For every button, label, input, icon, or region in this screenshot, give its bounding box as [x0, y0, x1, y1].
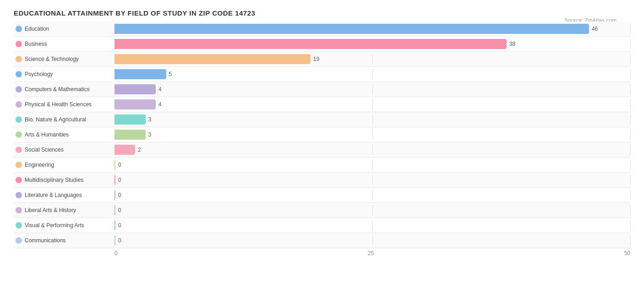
grid-line	[630, 115, 631, 125]
x-axis-label: 50	[624, 250, 630, 256]
x-axis-label: 0	[115, 250, 118, 256]
grid-line	[372, 145, 373, 155]
bar-row: Multidisciplinary Studies0	[14, 173, 630, 188]
bar-fill	[115, 39, 507, 49]
bar-label-text: Multidisciplinary Studies	[25, 177, 83, 183]
grid-line	[372, 235, 373, 245]
bar-value-label: 46	[592, 26, 598, 32]
bar-row: Liberal Arts & History0	[14, 203, 630, 218]
color-dot	[16, 116, 22, 123]
grid-line	[630, 190, 631, 200]
grid-line	[630, 235, 631, 245]
grid-line	[630, 99, 631, 109]
bar-label-text: Literature & Languages	[25, 192, 82, 198]
color-dot	[16, 177, 22, 183]
bar-area: 3	[115, 115, 630, 125]
bar-label: Computers & Mathematics	[14, 86, 115, 93]
bar-row: Education46	[14, 22, 630, 37]
grid-line	[372, 175, 373, 185]
chart-container: Education46Business38Science & Technolog…	[14, 22, 630, 256]
color-dot	[16, 192, 22, 198]
bars-wrapper: Education46Business38Science & Technolog…	[14, 22, 630, 248]
color-dot	[16, 86, 22, 93]
grid-line	[372, 54, 373, 64]
grid-line	[372, 205, 373, 215]
bar-row: Computers & Mathematics4	[14, 82, 630, 97]
bar-fill	[115, 54, 311, 64]
bar-row: Bio, Nature & Agricultural3	[14, 112, 630, 127]
color-dot	[16, 131, 22, 138]
grid-line	[372, 130, 373, 140]
bar-fill	[115, 130, 146, 140]
bar-label: Arts & Humanities	[14, 131, 115, 138]
color-dot	[16, 237, 22, 244]
bar-value-label: 0	[118, 207, 121, 213]
bar-value-label: 0	[118, 192, 121, 198]
x-axis: 02550	[14, 250, 630, 256]
bar-fill	[115, 175, 115, 185]
bar-area: 0	[115, 160, 630, 170]
bar-fill	[115, 190, 115, 200]
grid-line	[372, 220, 373, 230]
bar-row: Visual & Performing Arts0	[14, 218, 630, 233]
color-dot	[16, 56, 22, 62]
bar-label-text: Bio, Nature & Agricultural	[25, 116, 86, 123]
bar-fill	[115, 24, 589, 34]
grid-line	[630, 130, 631, 140]
color-dot	[16, 147, 22, 153]
grid-line	[630, 205, 631, 215]
bar-area: 0	[115, 205, 630, 215]
bar-row: Communications0	[14, 233, 630, 248]
color-dot	[16, 222, 22, 229]
grid-line	[372, 84, 373, 94]
color-dot	[16, 162, 22, 168]
bar-value-label: 4	[158, 86, 162, 93]
bar-value-label: 38	[509, 41, 515, 47]
bar-label-text: Psychology	[25, 71, 53, 77]
bar-value-label: 0	[118, 222, 121, 229]
color-dot	[16, 101, 22, 108]
grid-line	[372, 99, 373, 109]
bar-fill	[115, 235, 115, 245]
grid-line	[372, 190, 373, 200]
bar-area: 3	[115, 130, 630, 140]
bar-area: 2	[115, 145, 630, 155]
bar-label-text: Arts & Humanities	[25, 131, 69, 138]
bar-value-label: 5	[169, 71, 172, 77]
bar-fill	[115, 160, 115, 170]
bar-fill	[115, 69, 166, 79]
bar-row: Engineering0	[14, 158, 630, 173]
bar-label-text: Engineering	[25, 162, 54, 168]
bar-value-label: 0	[118, 177, 121, 183]
bar-label-text: Visual & Performing Arts	[25, 222, 84, 229]
grid-line	[372, 160, 373, 170]
bar-area: 0	[115, 175, 630, 185]
bar-label-text: Business	[25, 41, 47, 47]
bar-row: Social Sciences2	[14, 142, 630, 158]
color-dot	[16, 71, 22, 77]
bar-value-label: 3	[148, 116, 152, 123]
bar-area: 38	[115, 39, 630, 49]
bar-fill	[115, 99, 156, 109]
bar-label: Psychology	[14, 71, 115, 77]
bar-area: 0	[115, 190, 630, 200]
grid-line	[630, 54, 631, 64]
bar-label: Communications	[14, 237, 115, 244]
bar-label-text: Science & Technology	[25, 56, 79, 62]
bar-label: Engineering	[14, 162, 115, 168]
bar-label-text: Computers & Mathematics	[25, 86, 89, 93]
bar-label: Social Sciences	[14, 147, 115, 153]
bar-value-label: 4	[158, 101, 162, 108]
bar-area: 19	[115, 54, 630, 64]
bar-row: Business38	[14, 37, 630, 52]
bar-row: Psychology5	[14, 67, 630, 82]
bar-label-text: Communications	[25, 237, 65, 244]
grid-line	[630, 39, 631, 49]
bar-fill	[115, 115, 146, 125]
bar-fill	[115, 220, 115, 230]
bar-label: Science & Technology	[14, 56, 115, 62]
bar-row: Literature & Languages0	[14, 188, 630, 203]
bar-label: Physical & Health Sciences	[14, 101, 115, 108]
bar-area: 4	[115, 84, 630, 94]
color-dot	[16, 207, 22, 213]
